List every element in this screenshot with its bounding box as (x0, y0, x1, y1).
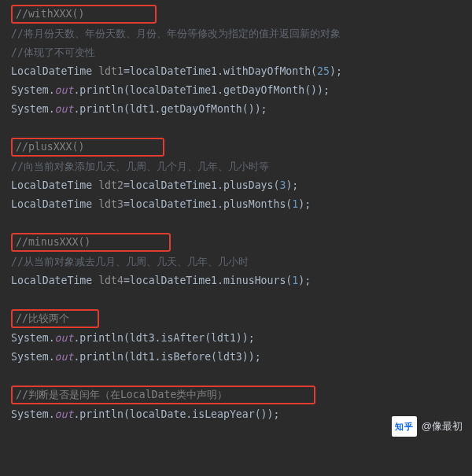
section-header-comment: //minusXXX() (16, 236, 90, 248)
code-token: .println(localDate.isLeapYear()); (73, 408, 279, 420)
code-token: LocalDateTime (11, 179, 98, 191)
code-line: //将月份天数、年份天数、月份、年份等修改为指定的值并返回新的对象 (11, 24, 472, 43)
code-token: out (55, 351, 74, 363)
blank-line (11, 367, 472, 386)
section-header-box: //minusXXX() (11, 233, 171, 252)
section-header-comment: //判断是否是闰年（在LocalDate类中声明） (16, 389, 227, 400)
section-header-box: //比较两个 (11, 309, 99, 328)
code-token: out (55, 408, 74, 420)
code-token: =localDateTime1.plusDays( (124, 179, 280, 191)
section-header-comment: //比较两个 (16, 312, 69, 324)
zhihu-logo: 知乎 (392, 416, 417, 437)
section-header-box: //判断是否是闰年（在LocalDate类中声明） (11, 386, 315, 404)
code-token: ); (330, 65, 342, 77)
code-line: System.out.println(ldt1.getDayOfMonth())… (11, 100, 472, 119)
code-token: out (55, 103, 74, 115)
blank-line (11, 290, 472, 309)
code-token: ldt3 (98, 198, 124, 210)
code-token: out (55, 84, 74, 96)
code-token: .println(ldt1.isBefore(ldt3)); (73, 351, 260, 363)
code-token: ); (298, 198, 311, 210)
code-line: System.out.println(ldt3.isAfter(ldt1)); (11, 329, 472, 348)
code-line: System.out.println(ldt1.isBefore(ldt3)); (11, 348, 472, 367)
watermark: 知乎 @像最初 (392, 416, 463, 437)
code-line: System.out.println(localDateTime1.getDay… (11, 81, 472, 100)
code-token: System. (11, 103, 55, 115)
comment-text: //将月份天数、年份天数、月份、年份等修改为指定的值并返回新的对象 (11, 28, 341, 39)
comment-text: //体现了不可变性 (11, 46, 95, 58)
blank-line (11, 119, 472, 138)
code-token: System. (11, 408, 55, 420)
code-line: LocalDateTime ldt1=localDateTime1.withDa… (11, 62, 472, 81)
code-line: //体现了不可变性 (11, 43, 472, 62)
code-token: System. (11, 84, 55, 96)
code-token: System. (11, 332, 55, 344)
code-token: ldt4 (98, 275, 124, 286)
section-header-comment: //plusXXX() (16, 141, 84, 153)
section-header-comment: //withXXX() (16, 8, 84, 20)
code-token: ); (286, 179, 298, 191)
code-token: =localDateTime1.plusMonths( (124, 198, 292, 210)
code-token: 25 (317, 65, 330, 77)
code-token: .println(localDateTime1.getDayOfMonth())… (73, 84, 330, 96)
comment-text: //向当前对象添加几天、几周、几个月、几年、几小时等 (11, 161, 269, 172)
code-token: LocalDateTime (11, 198, 98, 210)
code-token: .println(ldt1.getDayOfMonth()); (73, 103, 267, 115)
comment-text: //从当前对象减去几月、几周、几天、几年、几小时 (11, 256, 249, 268)
section-header-box: //withXXX() (11, 5, 157, 24)
code-token: System. (11, 351, 55, 363)
code-token: =localDateTime1.minusHours( (124, 275, 292, 286)
code-token: out (55, 332, 74, 344)
section-header-box: //plusXXX() (11, 138, 164, 157)
code-token: ldt2 (98, 179, 124, 191)
code-editor-view: //withXXX()//将月份天数、年份天数、月份、年份等修改为指定的值并返回… (11, 5, 472, 424)
code-line: LocalDateTime ldt4=localDateTime1.minusH… (11, 271, 472, 290)
code-line: //向当前对象添加几天、几周、几个月、几年、几小时等 (11, 157, 472, 176)
blank-line (11, 214, 472, 233)
watermark-user: @像最初 (422, 417, 463, 436)
code-line: LocalDateTime ldt2=localDateTime1.plusDa… (11, 176, 472, 195)
code-token: LocalDateTime (11, 65, 98, 77)
code-token: .println(ldt3.isAfter(ldt1)); (73, 332, 254, 344)
code-token: ); (298, 275, 311, 286)
code-token: LocalDateTime (11, 275, 98, 286)
code-line: LocalDateTime ldt3=localDateTime1.plusMo… (11, 195, 472, 214)
code-token: ldt1 (98, 65, 124, 77)
code-line: //从当前对象减去几月、几周、几天、几年、几小时 (11, 253, 472, 271)
code-token: =localDateTime1.withDayOfMonth( (124, 65, 317, 77)
